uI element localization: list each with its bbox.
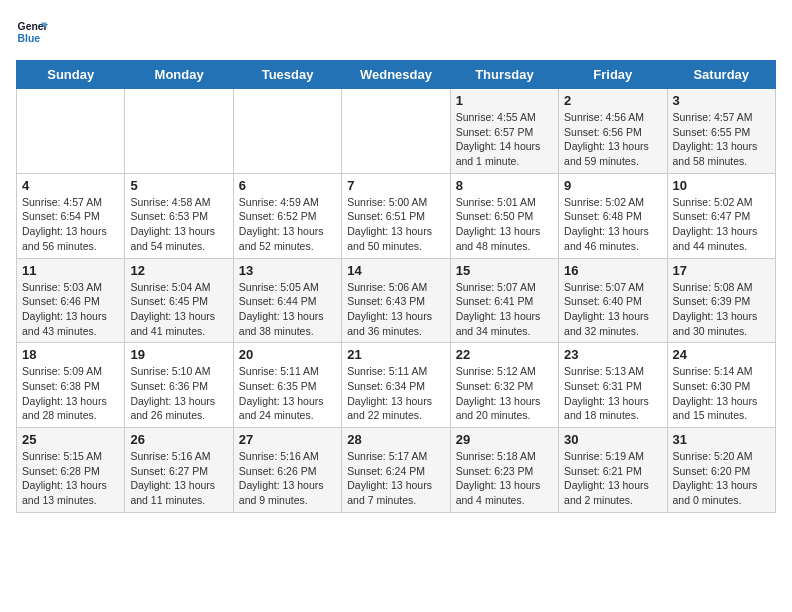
day-number: 31: [673, 432, 770, 447]
calendar-cell: [342, 89, 450, 174]
day-number: 20: [239, 347, 336, 362]
calendar-cell: 23Sunrise: 5:13 AM Sunset: 6:31 PM Dayli…: [559, 343, 667, 428]
calendar-cell: 16Sunrise: 5:07 AM Sunset: 6:40 PM Dayli…: [559, 258, 667, 343]
calendar-cell: [233, 89, 341, 174]
day-number: 8: [456, 178, 553, 193]
calendar-cell: 20Sunrise: 5:11 AM Sunset: 6:35 PM Dayli…: [233, 343, 341, 428]
calendar-cell: 3Sunrise: 4:57 AM Sunset: 6:55 PM Daylig…: [667, 89, 775, 174]
cell-content: Sunrise: 5:13 AM Sunset: 6:31 PM Dayligh…: [564, 364, 661, 423]
day-number: 19: [130, 347, 227, 362]
calendar-cell: 1Sunrise: 4:55 AM Sunset: 6:57 PM Daylig…: [450, 89, 558, 174]
day-number: 5: [130, 178, 227, 193]
day-number: 7: [347, 178, 444, 193]
page-header: General Blue: [16, 16, 776, 48]
cell-content: Sunrise: 5:11 AM Sunset: 6:35 PM Dayligh…: [239, 364, 336, 423]
week-row-1: 1Sunrise: 4:55 AM Sunset: 6:57 PM Daylig…: [17, 89, 776, 174]
calendar-cell: 28Sunrise: 5:17 AM Sunset: 6:24 PM Dayli…: [342, 428, 450, 513]
cell-content: Sunrise: 5:11 AM Sunset: 6:34 PM Dayligh…: [347, 364, 444, 423]
cell-content: Sunrise: 4:55 AM Sunset: 6:57 PM Dayligh…: [456, 110, 553, 169]
day-number: 1: [456, 93, 553, 108]
day-number: 25: [22, 432, 119, 447]
day-number: 4: [22, 178, 119, 193]
calendar-cell: 17Sunrise: 5:08 AM Sunset: 6:39 PM Dayli…: [667, 258, 775, 343]
header-row: SundayMondayTuesdayWednesdayThursdayFrid…: [17, 61, 776, 89]
cell-content: Sunrise: 5:14 AM Sunset: 6:30 PM Dayligh…: [673, 364, 770, 423]
day-number: 26: [130, 432, 227, 447]
calendar-cell: 21Sunrise: 5:11 AM Sunset: 6:34 PM Dayli…: [342, 343, 450, 428]
day-number: 9: [564, 178, 661, 193]
calendar-cell: [125, 89, 233, 174]
calendar-cell: 14Sunrise: 5:06 AM Sunset: 6:43 PM Dayli…: [342, 258, 450, 343]
calendar-cell: 31Sunrise: 5:20 AM Sunset: 6:20 PM Dayli…: [667, 428, 775, 513]
cell-content: Sunrise: 5:12 AM Sunset: 6:32 PM Dayligh…: [456, 364, 553, 423]
calendar-cell: 9Sunrise: 5:02 AM Sunset: 6:48 PM Daylig…: [559, 173, 667, 258]
svg-text:Blue: Blue: [18, 33, 41, 44]
logo: General Blue: [16, 16, 52, 48]
cell-content: Sunrise: 5:15 AM Sunset: 6:28 PM Dayligh…: [22, 449, 119, 508]
calendar-cell: 27Sunrise: 5:16 AM Sunset: 6:26 PM Dayli…: [233, 428, 341, 513]
cell-content: Sunrise: 5:00 AM Sunset: 6:51 PM Dayligh…: [347, 195, 444, 254]
calendar-cell: 30Sunrise: 5:19 AM Sunset: 6:21 PM Dayli…: [559, 428, 667, 513]
calendar-cell: 12Sunrise: 5:04 AM Sunset: 6:45 PM Dayli…: [125, 258, 233, 343]
calendar-cell: 29Sunrise: 5:18 AM Sunset: 6:23 PM Dayli…: [450, 428, 558, 513]
calendar-cell: 13Sunrise: 5:05 AM Sunset: 6:44 PM Dayli…: [233, 258, 341, 343]
day-number: 18: [22, 347, 119, 362]
day-number: 28: [347, 432, 444, 447]
day-number: 23: [564, 347, 661, 362]
cell-content: Sunrise: 5:01 AM Sunset: 6:50 PM Dayligh…: [456, 195, 553, 254]
day-number: 13: [239, 263, 336, 278]
cell-content: Sunrise: 5:19 AM Sunset: 6:21 PM Dayligh…: [564, 449, 661, 508]
week-row-5: 25Sunrise: 5:15 AM Sunset: 6:28 PM Dayli…: [17, 428, 776, 513]
calendar-cell: 11Sunrise: 5:03 AM Sunset: 6:46 PM Dayli…: [17, 258, 125, 343]
cell-content: Sunrise: 5:03 AM Sunset: 6:46 PM Dayligh…: [22, 280, 119, 339]
cell-content: Sunrise: 5:02 AM Sunset: 6:47 PM Dayligh…: [673, 195, 770, 254]
calendar-cell: 26Sunrise: 5:16 AM Sunset: 6:27 PM Dayli…: [125, 428, 233, 513]
day-number: 2: [564, 93, 661, 108]
header-thursday: Thursday: [450, 61, 558, 89]
day-number: 3: [673, 93, 770, 108]
day-number: 30: [564, 432, 661, 447]
day-number: 24: [673, 347, 770, 362]
calendar-cell: 24Sunrise: 5:14 AM Sunset: 6:30 PM Dayli…: [667, 343, 775, 428]
cell-content: Sunrise: 5:05 AM Sunset: 6:44 PM Dayligh…: [239, 280, 336, 339]
calendar-cell: [17, 89, 125, 174]
day-number: 29: [456, 432, 553, 447]
day-number: 22: [456, 347, 553, 362]
calendar-cell: 2Sunrise: 4:56 AM Sunset: 6:56 PM Daylig…: [559, 89, 667, 174]
cell-content: Sunrise: 5:20 AM Sunset: 6:20 PM Dayligh…: [673, 449, 770, 508]
calendar-table: SundayMondayTuesdayWednesdayThursdayFrid…: [16, 60, 776, 513]
header-saturday: Saturday: [667, 61, 775, 89]
week-row-3: 11Sunrise: 5:03 AM Sunset: 6:46 PM Dayli…: [17, 258, 776, 343]
header-sunday: Sunday: [17, 61, 125, 89]
cell-content: Sunrise: 5:17 AM Sunset: 6:24 PM Dayligh…: [347, 449, 444, 508]
cell-content: Sunrise: 4:57 AM Sunset: 6:55 PM Dayligh…: [673, 110, 770, 169]
calendar-cell: 6Sunrise: 4:59 AM Sunset: 6:52 PM Daylig…: [233, 173, 341, 258]
cell-content: Sunrise: 4:58 AM Sunset: 6:53 PM Dayligh…: [130, 195, 227, 254]
calendar-cell: 15Sunrise: 5:07 AM Sunset: 6:41 PM Dayli…: [450, 258, 558, 343]
day-number: 16: [564, 263, 661, 278]
header-monday: Monday: [125, 61, 233, 89]
cell-content: Sunrise: 5:16 AM Sunset: 6:27 PM Dayligh…: [130, 449, 227, 508]
calendar-cell: 7Sunrise: 5:00 AM Sunset: 6:51 PM Daylig…: [342, 173, 450, 258]
calendar-cell: 18Sunrise: 5:09 AM Sunset: 6:38 PM Dayli…: [17, 343, 125, 428]
calendar-cell: 4Sunrise: 4:57 AM Sunset: 6:54 PM Daylig…: [17, 173, 125, 258]
day-number: 21: [347, 347, 444, 362]
calendar-cell: 8Sunrise: 5:01 AM Sunset: 6:50 PM Daylig…: [450, 173, 558, 258]
day-number: 12: [130, 263, 227, 278]
header-tuesday: Tuesday: [233, 61, 341, 89]
cell-content: Sunrise: 4:57 AM Sunset: 6:54 PM Dayligh…: [22, 195, 119, 254]
week-row-2: 4Sunrise: 4:57 AM Sunset: 6:54 PM Daylig…: [17, 173, 776, 258]
cell-content: Sunrise: 5:10 AM Sunset: 6:36 PM Dayligh…: [130, 364, 227, 423]
day-number: 27: [239, 432, 336, 447]
cell-content: Sunrise: 5:18 AM Sunset: 6:23 PM Dayligh…: [456, 449, 553, 508]
cell-content: Sunrise: 4:59 AM Sunset: 6:52 PM Dayligh…: [239, 195, 336, 254]
cell-content: Sunrise: 4:56 AM Sunset: 6:56 PM Dayligh…: [564, 110, 661, 169]
day-number: 11: [22, 263, 119, 278]
calendar-cell: 19Sunrise: 5:10 AM Sunset: 6:36 PM Dayli…: [125, 343, 233, 428]
calendar-cell: 5Sunrise: 4:58 AM Sunset: 6:53 PM Daylig…: [125, 173, 233, 258]
header-friday: Friday: [559, 61, 667, 89]
calendar-cell: 25Sunrise: 5:15 AM Sunset: 6:28 PM Dayli…: [17, 428, 125, 513]
cell-content: Sunrise: 5:04 AM Sunset: 6:45 PM Dayligh…: [130, 280, 227, 339]
cell-content: Sunrise: 5:16 AM Sunset: 6:26 PM Dayligh…: [239, 449, 336, 508]
cell-content: Sunrise: 5:09 AM Sunset: 6:38 PM Dayligh…: [22, 364, 119, 423]
